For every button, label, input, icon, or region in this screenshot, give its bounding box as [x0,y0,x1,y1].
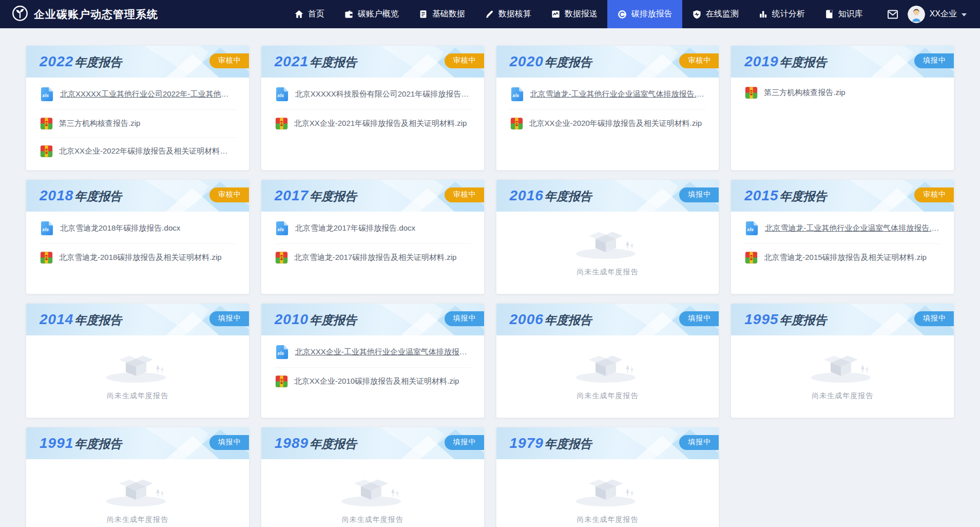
file-name: 北京雪迪龙-工业其他行业企业温室气体排放报告.docx [765,223,940,233]
status-badge: 填报中 [209,435,249,450]
card-header: 2018年度报告审核中 [26,180,249,212]
card-body: 尚未生成年度报告 [496,459,719,527]
card-title: 1989年度报告 [275,435,357,452]
card-title: 2022年度报告 [40,53,122,70]
shield-icon [692,9,702,20]
card-title: 2016年度报告 [510,187,592,204]
mail-icon[interactable] [886,8,899,21]
card-title-suffix: 年度报告 [74,313,122,327]
card-year: 1989 [275,435,309,451]
card-year: 2015 [744,187,778,203]
nav-item-label: 碳账户概览 [358,9,399,20]
report-card-1991: 1991年度报告填报中尚未生成年度报告 [26,427,249,527]
card-year: 2014 [40,311,73,327]
svg-text:xls: xls [277,93,284,98]
file-row[interactable]: xls北京XXXXX科技股份有限公司2021年碳排放报告.docx [274,79,471,110]
empty-state: 尚未生成年度报告 [274,461,471,527]
card-body: 尚未生成年度报告 [261,459,484,527]
file-row[interactable]: 北京XX企业-2021年碳排放报告及相关证明材料.zip [274,110,471,137]
file-row[interactable]: 北京XX企业-2020年碳排放报告及相关证明材料.zip [509,110,706,137]
empty-box-icon [99,346,176,386]
card-body: xls北京雪迪龙-工业其他行业企业温室气体排放报告.docx北京XX企业-202… [496,78,719,170]
file-row[interactable]: 第三方机构核查报告.zip [39,110,236,138]
svg-text:xls: xls [42,93,49,98]
home-icon [294,9,304,19]
nav-brand[interactable]: 企业碳账户动态管理系统 [11,5,158,24]
card-year: 2017 [275,187,309,203]
card-title: 2014年度报告 [40,311,122,328]
file-row[interactable]: xls北京雪迪龙2018年碳排放报告.docx [39,213,236,244]
file-row[interactable]: 北京XX企业-2010碳排放报告及相关证明材料.zip [274,368,471,395]
nav-item-碳排放报告[interactable]: 碳排放报告 [607,0,682,28]
card-header: 2021年度报告审核中 [261,46,484,78]
card-header: 1991年度报告填报中 [26,427,249,459]
doc-file-icon: xls [40,220,54,236]
report-card-2015: 2015年度报告审核中xls北京雪迪龙-工业其他行业企业温室气体排放报告.doc… [731,179,954,294]
nav-item-首页[interactable]: 首页 [284,0,334,28]
file-name: 第三方机构核查报告.zip [59,119,140,128]
empty-box-icon [569,346,646,386]
empty-state: 尚未生成年度报告 [39,461,236,527]
empty-state: 尚未生成年度报告 [744,337,941,412]
nav-right: XX企业 [886,6,967,23]
card-body: xls北京雪迪龙-工业其他行业企业温室气体排放报告.docx北京雪迪龙-2015… [731,212,954,294]
svg-text:xls: xls [42,227,49,232]
nav-item-基础数据[interactable]: 基础数据 [409,0,475,28]
nav-item-碳账户概览[interactable]: 碳账户概览 [334,0,409,28]
card-body: xls北京XXXXX科技股份有限公司2021年碳排放报告.docx北京XX企业-… [261,78,484,170]
report-card-1995: 1995年度报告填报中尚未生成年度报告 [731,303,954,418]
card-title-suffix: 年度报告 [74,190,122,203]
chevron-down-icon [962,13,967,16]
file-row[interactable]: xls北京雪迪龙-工业其他行业企业温室气体排放报告.docx [509,79,706,110]
card-header: 2022年度报告审核中 [26,46,249,78]
status-badge: 填报中 [445,435,484,450]
card-title: 2019年度报告 [744,53,827,70]
file-row[interactable]: 北京雪迪龙-2015碳排放报告及相关证明材料.zip [744,244,941,271]
file-row[interactable]: 北京XX企业-2022年碳排放报告及相关证明材料及核查报... [39,138,236,165]
nav-item-数据报送[interactable]: 数据报送 [541,0,607,28]
nav-item-label: 在线监测 [706,9,739,20]
report-card-2014: 2014年度报告填报中尚未生成年度报告 [26,303,249,418]
file-row[interactable]: xls北京XXX企业-工业其他行业企业温室气体排放报告.docx [274,337,471,368]
file-row[interactable]: 北京雪迪龙-2018碳排放报告及相关证明材料.zip [39,244,236,271]
card-header: 2015年度报告审核中 [731,180,954,212]
svg-text:xls: xls [277,227,284,232]
nav-item-在线监测[interactable]: 在线监测 [682,0,748,28]
user-menu[interactable]: XX企业 [908,6,967,23]
card-title-suffix: 年度报告 [545,190,592,203]
file-name: 北京雪迪龙2017年碳排放报告.docx [295,223,415,233]
doc-file-icon: xls [275,220,289,236]
doc-file-icon: xls [275,86,289,102]
empty-text: 尚未生成年度报告 [577,391,638,401]
report-card-2019: 2019年度报告填报中第三方机构核查报告.zip [731,45,954,171]
card-year: 2016 [510,187,544,203]
zip-file-icon [275,117,288,130]
nav-item-label: 统计分析 [772,9,805,20]
card-header: 1989年度报告填报中 [261,427,484,459]
file-row[interactable]: xls北京雪迪龙-工业其他行业企业温室气体排放报告.docx [744,213,941,244]
card-title: 2018年度报告 [40,187,122,204]
card-year: 2006 [510,311,544,327]
file-row[interactable]: 北京雪迪龙-2017碳排放报告及相关证明材料.zip [274,244,471,271]
status-badge: 审核中 [679,53,719,68]
empty-state: 尚未生成年度报告 [509,213,706,289]
report-card-2006: 2006年度报告填报中尚未生成年度报告 [496,303,720,418]
nav-item-统计分析[interactable]: 统计分析 [748,0,815,28]
zip-file-icon [40,145,53,158]
status-badge: 审核中 [445,53,484,68]
empty-state: 尚未生成年度报告 [39,337,236,412]
status-badge: 填报中 [209,311,249,326]
nav-item-知识库[interactable]: 知识库 [815,0,873,28]
nav-item-数据核算[interactable]: 数据核算 [475,0,541,28]
card-title-suffix: 年度报告 [780,313,827,327]
card-title: 2020年度报告 [510,53,592,70]
card-title-suffix: 年度报告 [310,55,357,69]
card-body: 尚未生成年度报告 [731,335,954,418]
file-row[interactable]: xls北京XXXXX工业其他行业公司2022年-工业其他行业企业... [39,79,236,110]
file-row[interactable]: 第三方机构核查报告.zip [744,79,941,106]
report-card-2021: 2021年度报告审核中xls北京XXXXX科技股份有限公司2021年碳排放报告.… [261,45,485,171]
zip-file-icon [275,251,288,264]
doc-file-icon: xls [745,220,759,236]
file-row[interactable]: xls北京雪迪龙2017年碳排放报告.docx [274,213,471,244]
pen-icon [485,9,494,19]
